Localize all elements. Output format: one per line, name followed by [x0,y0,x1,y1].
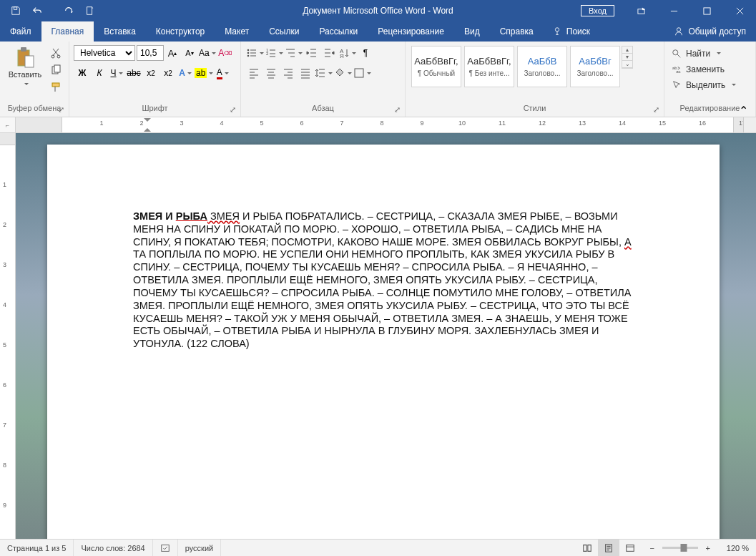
shrink-font[interactable]: A▾ [182,45,197,61]
undo-button[interactable] [27,2,47,19]
tab-file[interactable]: Файл [0,21,41,42]
save-button[interactable] [6,2,26,19]
replace-button[interactable]: abacЗаменить [669,62,727,77]
qat-customize[interactable] [102,2,112,19]
page-indicator[interactable]: Страница 1 из 5 [0,540,74,556]
styles-gallery-nav[interactable]: ▴▾⌄ [622,46,633,69]
cut-button[interactable] [48,45,64,61]
font-size[interactable] [137,45,164,61]
new-doc-button[interactable] [80,2,100,19]
maximize-button[interactable] [690,0,723,21]
style-normal[interactable]: АаБбВвГг,¶ Обычный [411,46,461,87]
numbering[interactable]: 12 [265,45,283,61]
svg-rect-0 [14,7,16,10]
superscript-button[interactable]: x2 [160,65,176,81]
justify[interactable] [298,65,313,81]
close-button[interactable] [723,0,756,21]
doc-body-u: А [624,236,632,248]
multilevel[interactable] [285,45,303,61]
grow-font[interactable]: A▴ [165,45,180,61]
align-right[interactable] [280,65,296,81]
align-left[interactable] [246,65,262,81]
line-spacing[interactable] [315,65,333,81]
redo-button[interactable] [59,2,79,19]
align-center[interactable] [263,65,279,81]
indent[interactable] [321,45,337,61]
tab-view[interactable]: Вид [454,21,490,42]
font-name[interactable]: Helvetica [74,45,135,61]
svg-rect-13 [52,83,59,87]
tab-design[interactable]: Конструктор [146,21,215,42]
undo-dropdown[interactable] [49,2,57,19]
show-marks[interactable]: ¶ [358,45,373,61]
paste-button[interactable]: Вставить [4,44,46,87]
tab-review[interactable]: Рецензирование [368,21,454,42]
signin-button[interactable]: Вход [581,5,614,16]
clipboard-launcher[interactable]: ⤢ [56,105,66,115]
font-launcher[interactable]: ⤢ [227,105,237,115]
share-button[interactable]: Общий доступ [664,21,756,42]
text-effects[interactable]: A [177,65,193,81]
sort[interactable]: AЯ [338,45,356,61]
find-button[interactable]: Найти [669,46,724,62]
zoom-level[interactable]: 120 % [720,544,756,552]
italic-button[interactable]: К [92,65,107,81]
svg-point-15 [247,52,250,54]
svg-rect-21 [355,69,363,77]
styles-launcher[interactable]: ⤢ [651,105,661,115]
borders[interactable] [353,65,371,81]
word-count[interactable]: Число слов: 2684 [74,540,152,556]
tab-insert[interactable]: Вставка [94,21,146,42]
style-nospace[interactable]: АаБбВвГг,¶ Без инте... [464,46,514,87]
svg-rect-8 [25,56,34,67]
web-layout[interactable] [619,540,641,557]
tab-layout[interactable]: Макет [215,21,259,42]
clear-format[interactable]: A⌫ [217,45,233,61]
copy-button[interactable] [48,62,64,78]
para-launcher[interactable]: ⤢ [392,105,402,115]
minimize-button[interactable] [657,0,690,21]
font-color[interactable]: A [215,65,230,81]
group-font: Helvetica A▴ A▾ Aa A⌫ Ж К Ч abc x2 x2 A … [69,42,241,117]
bullets[interactable] [246,45,264,61]
tell-me[interactable]: Поиск [544,21,599,42]
highlight[interactable]: ab [195,65,213,81]
horizontal-ruler[interactable]: 1234567891011121314151617 [16,117,743,132]
ribbon-display-button[interactable] [624,0,657,21]
strike-button[interactable]: abc [126,65,142,81]
subscript-button[interactable]: x2 [143,65,159,81]
zoom-slider[interactable]: − + [641,544,720,552]
tab-home[interactable]: Главная [41,21,94,42]
style-h1[interactable]: АаБбВЗаголово... [517,46,567,87]
shading[interactable] [334,65,352,81]
workarea: 123456789 ЗМЕЯ И РЫБА ЗМЕЯ И РЫБА ПОБРАТ… [0,133,756,539]
group-clipboard: Вставить Буфер обмена⤢ [0,42,69,117]
font-label: Шрифт [142,104,167,112]
tab-help[interactable]: Справка [490,21,544,42]
bold-button[interactable]: Ж [74,65,90,81]
outdent[interactable] [304,45,320,61]
zoom-out[interactable]: − [647,544,658,552]
document-canvas[interactable]: ЗМЕЯ И РЫБА ЗМЕЯ И РЫБА ПОБРАТАЛИСЬ. – С… [16,133,756,539]
tell-label: Поиск [566,26,590,36]
ruler-corner: ⌐ [0,117,16,132]
styles-label: Стили [524,104,546,112]
proofing[interactable] [153,540,178,556]
collapse-ribbon[interactable]: ⌃ [739,104,752,115]
clipboard-label: Буфер обмена [8,104,62,112]
zoom-in[interactable]: + [702,544,714,552]
language[interactable]: русский [178,540,221,556]
tab-mailings[interactable]: Рассылки [309,21,368,42]
print-layout[interactable] [598,540,619,557]
vertical-ruler[interactable]: 123456789 [0,133,16,539]
page-content[interactable]: ЗМЕЯ И РЫБА ЗМЕЯ И РЫБА ПОБРАТАЛИСЬ. – С… [47,145,720,351]
quick-access-toolbar [0,2,112,19]
select-button[interactable]: Выделить [669,77,739,93]
tab-references[interactable]: Ссылки [259,21,309,42]
change-case[interactable]: Aa [199,45,216,61]
svg-text:ac: ac [676,69,680,74]
underline-button[interactable]: Ч [109,65,124,81]
read-mode[interactable] [576,540,598,557]
format-painter-button[interactable] [48,79,64,95]
style-h2[interactable]: АаБбВгЗаголово... [570,46,620,87]
